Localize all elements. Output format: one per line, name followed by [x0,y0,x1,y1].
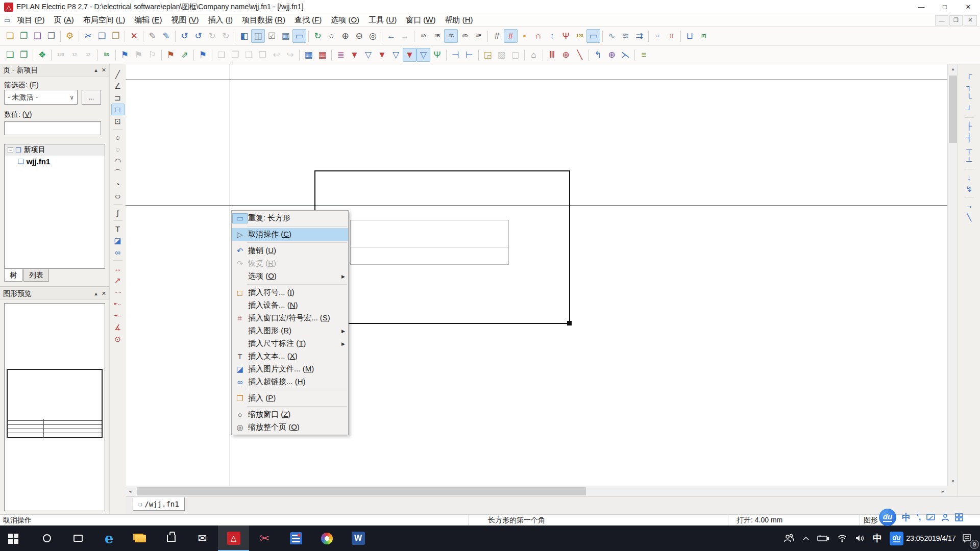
cut-icon[interactable]: ✂ [81,29,95,43]
slope-line-icon[interactable]: ╲ [573,48,586,62]
menu-item-paste[interactable]: ❐插入 (P) [232,392,348,405]
horizontal-scrollbar[interactable]: ◂ ▸ [126,486,947,496]
ime-punctuation-icon[interactable]: ’, [916,512,921,522]
taskbar-eplan-button[interactable]: △ [218,525,249,551]
grid-d-icon[interactable]: #D [458,29,472,43]
pages-panel-header[interactable]: 页 - 新项目 ▴ ✕ [0,64,109,77]
grid-b-icon[interactable]: #B [430,29,444,43]
chevron-up-icon[interactable] [800,525,812,551]
rectangle-center-tool-icon[interactable]: ⊡ [111,115,125,127]
wifi-icon[interactable] [835,525,849,551]
back-icon[interactable]: ← [384,29,398,43]
battery-icon[interactable] [815,525,831,551]
menu-item-undo[interactable]: ↶撤销 (U) [232,244,348,257]
menu-window[interactable]: 窗口 (W) [401,14,440,26]
new-page-icon[interactable]: ❏ [3,29,17,43]
menu-item-zoom-window[interactable]: ○缩放窗口 (Z) [232,408,348,421]
menu-page[interactable]: 页 (A) [49,14,78,26]
print-icon[interactable]: ❒ [44,29,58,43]
copy-icon[interactable]: ❏ [95,29,109,43]
continued-dimension-icon[interactable]: ↔↔ [111,286,125,298]
sector-tool-icon[interactable]: ◔ [111,179,125,190]
taskbar-palette-app-button[interactable] [311,525,342,551]
plant-structure-icon[interactable]: Ψ [430,48,444,62]
paste-icon[interactable]: ❐ [109,29,122,43]
page-navigator-icon[interactable]: ❏ [3,48,17,62]
flag-settings-icon[interactable]: ⚑ [132,48,145,62]
menu-item-repeat-rectangle[interactable]: ▭重复: 长方形 [232,212,348,224]
t-node-right-icon[interactable]: ├ [963,120,976,132]
jump-arrow-icon[interactable]: → [963,199,976,211]
menu-tools[interactable]: 工具 (U) [364,14,401,26]
flag-cancel-icon[interactable]: ⚑ [196,48,210,62]
commit-icon[interactable]: ↪ [283,48,297,62]
scroll-up-icon[interactable]: ▴ [948,64,958,73]
ime-board-icon[interactable] [926,513,936,521]
cable-search-icon[interactable]: ▽ [389,48,403,62]
text-tool-icon[interactable]: T [111,223,125,235]
refresh-icon[interactable]: ↻ [311,29,325,43]
node-connector-icon[interactable]: ⋋ [619,48,632,62]
taskbar-tiles-app-button[interactable] [280,525,311,551]
flange-icon[interactable]: ⊕ [559,48,573,62]
menu-item-insert-graphic[interactable]: 插入图形 (R)▶ [232,324,348,337]
close-icon[interactable]: ✕ [102,67,106,73]
taskbar-mail-button[interactable]: ✉ [187,525,218,551]
page-check-icon[interactable]: ☑ [265,29,279,43]
workbook-icon[interactable]: ▭ [292,29,306,43]
grid-a-icon[interactable]: #A [416,29,430,43]
arc-points-tool-icon[interactable]: ⌒ [111,167,125,179]
grid-style-icon[interactable]: ▦ [279,29,292,43]
connection-numbering-icon[interactable]: ≣ [334,48,348,62]
doc-schedule-icon[interactable]: ❒ [256,48,270,62]
menu-item-insert-macro[interactable]: ⌗插入窗口宏/符号宏... (S) [232,312,348,324]
menu-item-insert-device[interactable]: 插入设备... (N) [232,299,348,312]
insert-mode-icon[interactable]: ◫ [251,29,265,43]
oblique-dimension-icon[interactable]: ↗ [111,274,125,286]
angle-down-right-icon[interactable]: ┐ [963,80,976,92]
notification-icon[interactable]: 9 [957,525,978,551]
doc-history-icon[interactable]: ❑ [242,48,256,62]
menu-item-insert-symbol[interactable]: ◻插入符号... (I) [232,286,348,299]
export-data-icon[interactable]: ⇗ [178,48,191,62]
copy-format-icon[interactable]: ✎ [145,29,159,43]
linear-dimension-icon[interactable]: ↔ [111,263,125,274]
filter-active-icon[interactable]: ▼ [403,48,416,62]
grid-sync-icon[interactable]: ⇉ [632,29,646,43]
line-tool-icon[interactable]: ╱ [111,68,125,80]
hatch-pattern-icon[interactable]: ▨ [495,48,508,62]
baseline-dimension-icon[interactable]: ⇤↔ [111,298,125,310]
coordinate-input-icon[interactable]: ↕ [545,29,559,43]
copy-page-icon[interactable]: ❏ [214,48,228,62]
tree-node-page[interactable]: ❏ wjj.fn1 [5,156,105,167]
scroll-left-icon[interactable]: ◂ [126,486,135,496]
close-icon[interactable]: ✕ [102,290,106,297]
tree-node-project[interactable]: − ❒ 新项目 [5,144,105,156]
pin-icon[interactable]: ▴ [94,290,97,297]
ellipse-tool-icon[interactable]: ○ [111,190,125,202]
volume-icon[interactable] [853,525,867,551]
menu-options[interactable]: 选项 (O) [326,14,364,26]
cable-filter-icon[interactable]: ▼ [375,48,389,62]
mdi-close-button[interactable]: ✕ [964,15,977,26]
taskbar-task-view-button[interactable] [62,525,93,551]
t-node-up-icon[interactable]: ┴ [963,155,976,167]
rectangle-handle[interactable] [567,321,572,325]
close-button[interactable]: ✕ [957,0,980,14]
zoom-in-icon[interactable]: ⊕ [338,29,352,43]
arc-tool-icon[interactable]: ◠ [111,155,125,167]
value-input[interactable] [4,121,101,135]
parts-cart-icon[interactable]: ⊔ [683,29,697,43]
taskbar-store-button[interactable] [156,525,187,551]
connector-right-icon[interactable]: ⊢ [462,48,476,62]
baidu-ime-logo-icon[interactable]: du [879,509,896,526]
mdi-restore-button[interactable]: ❐ [949,15,963,26]
menu-insert[interactable]: 插入 (I) [204,14,237,26]
menu-item-insert-text[interactable]: T插入文本... (X) [232,350,348,363]
menu-layout-space[interactable]: 布局空间 (L) [79,14,130,26]
undo-icon[interactable]: ↺ [191,29,205,43]
number-cables-icon[interactable]: 12 [67,48,81,62]
macro-box-icon[interactable]: ⌗ [665,29,678,43]
menu-help[interactable]: 帮助 (H) [440,14,477,26]
image-tool-icon[interactable]: ◪ [111,235,125,246]
